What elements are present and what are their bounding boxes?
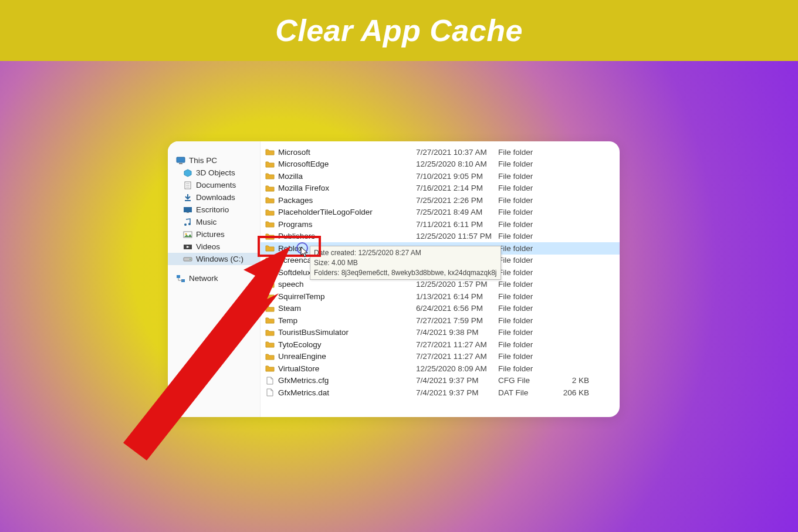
svg-point-17 (190, 259, 191, 260)
file-type: File folder (498, 232, 554, 240)
file-row[interactable]: SquirrelTemp1/13/2021 6:14 PMFile folder (261, 290, 620, 303)
svg-rect-8 (184, 207, 192, 212)
file-row[interactable]: UnrealEngine7/27/2021 11:27 AMFile folde… (261, 351, 620, 363)
file-date: 7/11/2021 6:11 PM (416, 220, 498, 229)
file-row[interactable]: TouristBusSimulator7/4/2021 9:38 PMFile … (261, 327, 620, 339)
file-type: File folder (498, 292, 554, 301)
folder-icon (265, 292, 275, 300)
file-row[interactable]: Temp7/27/2021 7:59 PMFile folder (261, 314, 620, 327)
svg-rect-9 (187, 212, 189, 213)
file-size: 206 KB (554, 388, 589, 397)
folder-icon (265, 268, 275, 276)
folder-icon (265, 256, 275, 265)
file-date: 7/10/2021 9:05 PM (416, 172, 498, 181)
file-date: 7/4/2021 9:38 PM (416, 328, 498, 337)
folder-icon (265, 304, 275, 313)
file-date: 7/27/2021 11:27 AM (416, 352, 498, 361)
sidebar-item-this-pc[interactable]: This PC (168, 154, 260, 167)
sidebar-item-music[interactable]: Music (168, 216, 260, 228)
svg-rect-1 (179, 163, 182, 164)
sidebar-item-3d-objects[interactable]: 3D Objects (168, 167, 260, 179)
sidebar-item-label: Pictures (196, 230, 225, 239)
folder-icon (265, 316, 275, 324)
file-row[interactable]: Mozilla Firefox7/16/2021 2:14 PMFile fol… (261, 182, 620, 195)
file-date: 7/27/2021 11:27 AM (416, 340, 498, 349)
file-row[interactable]: GfxMetrics.cfg7/4/2021 9:37 PMCFG File2 … (261, 375, 620, 387)
file-type: File folder (498, 148, 554, 157)
svg-point-10 (184, 223, 187, 226)
file-row[interactable]: Packages7/25/2021 2:26 PMFile folder (261, 194, 620, 206)
sidebar-item-pictures[interactable]: Pictures (168, 228, 260, 240)
file-type: File folder (498, 196, 554, 205)
file-row[interactable]: PlaceholderTileLogoFolder7/25/2021 8:49 … (261, 206, 620, 219)
folder-icon (265, 364, 275, 372)
folder-icon (265, 220, 275, 228)
svg-point-11 (188, 223, 191, 225)
sidebar-item-label: Downloads (196, 193, 235, 202)
file-row[interactable]: Microsoft7/27/2021 10:37 AMFile folder (261, 146, 620, 158)
vid-icon (183, 243, 192, 251)
file-name: Packages (278, 196, 416, 205)
file-row[interactable]: Steam6/24/2021 6:56 PMFile folder (261, 303, 620, 315)
sidebar-item-label: Documents (196, 181, 236, 189)
file-row[interactable]: speech12/25/2020 1:57 PMFile folder (261, 279, 620, 291)
file-date: 6/24/2021 6:56 PM (416, 304, 498, 313)
folder-icon (265, 196, 275, 204)
sidebar-item-network[interactable]: Network (168, 272, 260, 284)
file-size: 2 KB (554, 376, 589, 385)
file-date: 7/25/2021 8:49 AM (416, 208, 498, 216)
header-band: Clear App Cache (0, 0, 798, 61)
file-row[interactable]: TytoEcology7/27/2021 11:27 AMFile folder (261, 338, 620, 351)
file-type: File folder (498, 280, 554, 289)
file-date: 7/27/2021 10:37 AM (416, 148, 498, 157)
file-name: Programs (278, 220, 416, 229)
folder-icon (265, 280, 275, 289)
sidebar-item-label: Escritorio (196, 205, 229, 214)
file-row[interactable]: Mozilla7/10/2021 9:05 PMFile folder (261, 170, 620, 182)
file-date: 1/13/2021 6:14 PM (416, 292, 498, 301)
sidebar-item-downloads[interactable]: Downloads (168, 191, 260, 204)
file-date: 7/25/2021 2:26 PM (416, 196, 498, 205)
file-type: File folder (498, 184, 554, 192)
file-icon (265, 388, 275, 397)
network-icon (176, 275, 185, 283)
sidebar-item-windows-c-[interactable]: Windows (C:) (168, 253, 260, 265)
drive-icon (183, 255, 192, 263)
file-date: 12/25/2020 1:57 PM (416, 280, 498, 289)
file-row[interactable]: VirtualStore12/25/2020 8:09 AMFile folde… (261, 362, 620, 375)
file-type: File folder (498, 316, 554, 325)
file-type: File folder (498, 364, 554, 373)
sidebar-item-videos[interactable]: Videos (168, 240, 260, 253)
file-row[interactable]: GfxMetrics.dat7/4/2021 9:37 PMDAT File20… (261, 387, 620, 399)
pc-icon (176, 157, 185, 165)
folder-icon (265, 340, 275, 348)
sidebar-item-documents[interactable]: Documents (168, 179, 260, 191)
explorer-sidebar: This PC3D ObjectsDocumentsDownloadsEscri… (168, 141, 261, 417)
folder-icon (265, 160, 275, 168)
file-type: File folder (498, 256, 554, 265)
file-name: TouristBusSimulator (278, 328, 416, 337)
folder-icon (265, 208, 275, 216)
highlight-box (258, 236, 321, 257)
file-name: Mozilla Firefox (278, 184, 416, 192)
file-name: speech (278, 280, 416, 289)
file-date: 7/4/2021 9:37 PM (416, 376, 498, 385)
file-type: File folder (498, 208, 554, 216)
sidebar-item-escritorio[interactable]: Escritorio (168, 204, 260, 216)
file-row[interactable]: MicrosoftEdge12/25/2020 8:10 AMFile fold… (261, 158, 620, 171)
svg-rect-18 (177, 275, 180, 278)
file-date: 12/25/2020 8:10 AM (416, 160, 498, 168)
sidebar-item-label: Videos (196, 242, 220, 251)
file-date: 12/25/2020 8:09 AM (416, 364, 498, 373)
file-name: Microsoft (278, 148, 416, 157)
file-icon (265, 377, 275, 385)
file-type: File folder (498, 340, 554, 349)
file-name: SquirrelTemp (278, 292, 416, 301)
file-row[interactable]: Programs7/11/2021 6:11 PMFile folder (261, 218, 620, 231)
file-type: CFG File (498, 376, 554, 385)
folder-tooltip: Date created: 12/25/2020 8:27 AM Size: 4… (310, 246, 501, 280)
file-type: File folder (498, 328, 554, 337)
sidebar-item-label: Music (196, 218, 217, 226)
file-name: GfxMetrics.dat (278, 388, 416, 397)
file-name: GfxMetrics.cfg (278, 376, 416, 385)
